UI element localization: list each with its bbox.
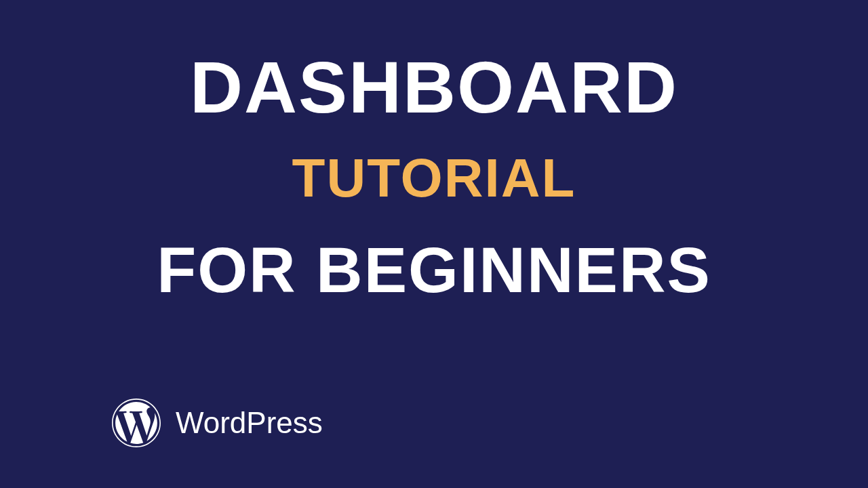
title-line-1: DASHBOARD [190,51,678,124]
title-line-2: TUTORIAL [292,151,576,205]
logo-label: WordPress [176,406,323,440]
wordpress-icon [112,399,161,447]
logo-section: WordPress [112,399,323,447]
title-block: DASHBOARD TUTORIAL FOR BEGINNERS [0,0,868,302]
title-line-3: FOR BEGINNERS [157,238,711,302]
